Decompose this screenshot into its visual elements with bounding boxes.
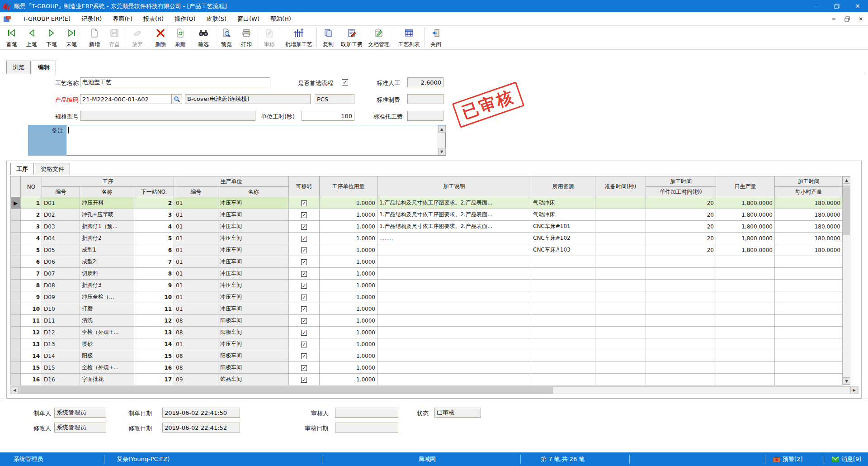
hourly-output-cell[interactable]: [775, 338, 843, 350]
movable-checkbox[interactable]: ✓: [301, 377, 307, 383]
usage-cell[interactable]: 1.0000: [320, 280, 377, 291]
unit-time-cell[interactable]: [646, 374, 716, 385]
prep-time-cell[interactable]: [595, 221, 646, 233]
table-row[interactable]: 13 D13 喷砂 14 01 冲压车间 ✓ 1.0000: [11, 338, 843, 350]
process-name-cell[interactable]: 打磨: [80, 303, 134, 315]
desc-cell[interactable]: [377, 362, 531, 374]
prep-time-cell[interactable]: [595, 338, 646, 350]
usage-cell[interactable]: 1.0000: [320, 256, 377, 268]
process-name-cell[interactable]: 折脚仔1（预...: [80, 221, 134, 233]
process-code-cell[interactable]: D06: [42, 256, 80, 268]
resource-cell[interactable]: [531, 256, 595, 268]
window-close-button[interactable]: ✕: [847, 0, 868, 12]
unit-time-cell[interactable]: [646, 268, 716, 280]
desc-cell[interactable]: ........: [377, 233, 531, 244]
next-station-cell[interactable]: 9: [134, 280, 174, 291]
hourly-output-cell[interactable]: 180.0000: [775, 209, 843, 221]
prep-time-cell[interactable]: [595, 233, 646, 244]
unit-time-cell[interactable]: [646, 280, 716, 291]
desc-cell[interactable]: 1.产品结构及尺寸依工序图要求。2.产品表面...: [377, 221, 531, 233]
unit-code-cell[interactable]: 01: [174, 221, 218, 233]
unit-time-cell[interactable]: [646, 315, 716, 327]
col-next-station[interactable]: 下一站NO.: [134, 187, 174, 197]
prep-time-cell[interactable]: [595, 303, 646, 315]
process-name-cell[interactable]: 喷砂: [80, 338, 134, 350]
unit-name-cell[interactable]: 冲压车间: [218, 291, 289, 303]
unit-code-cell[interactable]: 09: [174, 374, 218, 385]
resource-cell[interactable]: [531, 374, 595, 385]
resource-cell[interactable]: [531, 268, 595, 280]
desc-cell[interactable]: [377, 303, 531, 315]
process-name-cell[interactable]: 字面批花: [80, 374, 134, 385]
vertical-scrollbar[interactable]: ▲ ▼: [843, 176, 850, 385]
resource-cell[interactable]: CNC车床#103: [531, 244, 595, 256]
prep-time-cell[interactable]: [595, 280, 646, 291]
desc-cell[interactable]: [377, 315, 531, 327]
daily-output-cell[interactable]: 1,800.0000: [716, 244, 775, 256]
col-no[interactable]: NO: [21, 176, 42, 197]
process-code-cell[interactable]: D13: [42, 338, 80, 350]
hourly-output-cell[interactable]: [775, 256, 843, 268]
menu-report[interactable]: 报表(R): [138, 13, 169, 25]
process-name-cell[interactable]: 清洗: [80, 315, 134, 327]
prep-time-cell[interactable]: [595, 374, 646, 385]
prep-time-cell[interactable]: [595, 197, 646, 209]
child-close-button[interactable]: ✕: [857, 15, 864, 23]
remark-scrollbar[interactable]: ▲ ▼: [438, 125, 445, 155]
unit-time-cell[interactable]: [646, 303, 716, 315]
toolbar-print-button[interactable]: 打印: [236, 26, 256, 49]
desc-cell[interactable]: [377, 256, 531, 268]
toolbar-first-record-button[interactable]: 首笔: [2, 26, 22, 49]
row-selector-cell[interactable]: [11, 338, 21, 350]
process-code-cell[interactable]: D09: [42, 291, 80, 303]
toolbar-process-list-button[interactable]: 工艺列表: [396, 26, 423, 49]
usage-cell[interactable]: 1.0000: [320, 315, 377, 327]
table-row[interactable]: 15 D15 全检（外观+... 16 08 阳极车间 ✓ 1.0000: [11, 362, 843, 374]
desc-cell[interactable]: [377, 291, 531, 303]
row-selector-cell[interactable]: [11, 244, 21, 256]
daily-output-cell[interactable]: 1,800.0000: [716, 233, 775, 244]
window-minimize-button[interactable]: ─: [806, 0, 826, 12]
toolbar-filter-button[interactable]: 筛选: [193, 26, 213, 49]
unit-name-cell[interactable]: 冲压车间: [218, 280, 289, 291]
horizontal-scroll-thumb[interactable]: [19, 387, 553, 394]
remark-textarea[interactable]: ▲ ▼: [66, 125, 446, 156]
unit-name-cell[interactable]: 冲压车间: [218, 303, 289, 315]
table-row[interactable]: 7 D07 切废料 8 01 冲压车间 ✓ 1.0000: [11, 268, 843, 280]
unit-name-cell[interactable]: 阳极车间: [218, 362, 289, 374]
daily-output-cell[interactable]: 1,800.0000: [716, 221, 775, 233]
usage-cell[interactable]: 1.0000: [320, 362, 377, 374]
col-daily-output[interactable]: 日生产量: [716, 176, 775, 197]
col-unit-time[interactable]: 单件加工时间(秒): [646, 187, 716, 197]
unit-time-cell[interactable]: 20: [646, 197, 716, 209]
usage-cell[interactable]: 1.0000: [320, 303, 377, 315]
movable-checkbox[interactable]: ✓: [301, 200, 307, 206]
unit-code-cell[interactable]: 01: [174, 268, 218, 280]
unit-name-cell[interactable]: 冲压车间: [218, 233, 289, 244]
process-code-cell[interactable]: D02: [42, 209, 80, 221]
prep-time-cell[interactable]: [595, 362, 646, 374]
scroll-down-icon[interactable]: ▼: [438, 148, 446, 155]
resource-cell[interactable]: [531, 291, 595, 303]
tab-qualification[interactable]: 资格文件: [35, 163, 70, 175]
scroll-up-icon[interactable]: ▲: [438, 125, 446, 133]
desc-cell[interactable]: 1.产品结构及尺寸依工序图要求。2.产品表面...: [377, 197, 531, 209]
process-code-cell[interactable]: D04: [42, 233, 80, 244]
movable-checkbox[interactable]: ✓: [301, 212, 307, 218]
process-name-cell[interactable]: 冲孔+压字唛: [80, 209, 134, 221]
movable-checkbox[interactable]: ✓: [301, 271, 307, 277]
next-station-cell[interactable]: 8: [134, 268, 174, 280]
row-selector-cell[interactable]: [11, 350, 21, 362]
unit-code-cell[interactable]: 01: [174, 233, 218, 244]
unit-code-cell[interactable]: 01: [174, 256, 218, 268]
col-usage[interactable]: 工序单位用量: [320, 176, 377, 197]
product-code-input[interactable]: [80, 94, 171, 104]
toolbar-prev-record-button[interactable]: 上笔: [22, 26, 42, 49]
next-station-cell[interactable]: 15: [134, 350, 174, 362]
unit-time-cell[interactable]: 20: [646, 244, 716, 256]
process-name-cell[interactable]: 冲压开料: [80, 197, 134, 209]
row-selector-cell[interactable]: [11, 362, 21, 374]
toolbar-next-record-button[interactable]: 下笔: [42, 26, 61, 49]
unit-hours-input[interactable]: [302, 111, 354, 121]
process-code-cell[interactable]: D15: [42, 362, 80, 374]
